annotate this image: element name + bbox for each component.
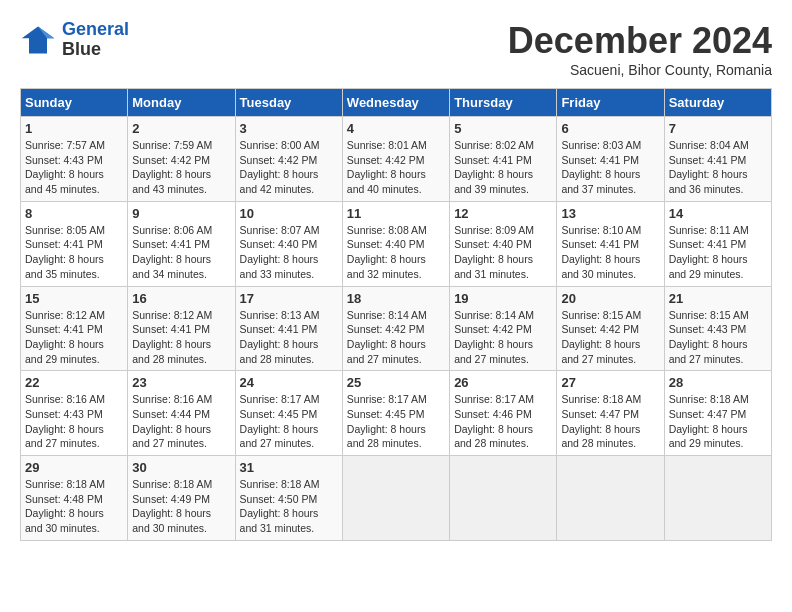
day-number: 21	[669, 291, 767, 306]
calendar-cell: 29Sunrise: 8:18 AMSunset: 4:48 PMDayligh…	[21, 456, 128, 541]
day-number: 20	[561, 291, 659, 306]
location: Sacueni, Bihor County, Romania	[508, 62, 772, 78]
day-info: Sunrise: 8:12 AMSunset: 4:41 PMDaylight:…	[132, 308, 230, 367]
header-tuesday: Tuesday	[235, 89, 342, 117]
day-info: Sunrise: 8:18 AMSunset: 4:50 PMDaylight:…	[240, 477, 338, 536]
day-info: Sunrise: 8:07 AMSunset: 4:40 PMDaylight:…	[240, 223, 338, 282]
calendar-cell: 24Sunrise: 8:17 AMSunset: 4:45 PMDayligh…	[235, 371, 342, 456]
day-info: Sunrise: 8:00 AMSunset: 4:42 PMDaylight:…	[240, 138, 338, 197]
logo-text: General Blue	[62, 20, 129, 60]
calendar-week-4: 22Sunrise: 8:16 AMSunset: 4:43 PMDayligh…	[21, 371, 772, 456]
day-info: Sunrise: 8:11 AMSunset: 4:41 PMDaylight:…	[669, 223, 767, 282]
day-number: 14	[669, 206, 767, 221]
day-info: Sunrise: 8:18 AMSunset: 4:49 PMDaylight:…	[132, 477, 230, 536]
calendar-cell	[450, 456, 557, 541]
header-sunday: Sunday	[21, 89, 128, 117]
day-number: 17	[240, 291, 338, 306]
day-number: 4	[347, 121, 445, 136]
logo-line2: Blue	[62, 40, 129, 60]
calendar-week-1: 1Sunrise: 7:57 AMSunset: 4:43 PMDaylight…	[21, 117, 772, 202]
day-info: Sunrise: 8:18 AMSunset: 4:48 PMDaylight:…	[25, 477, 123, 536]
calendar-cell: 1Sunrise: 7:57 AMSunset: 4:43 PMDaylight…	[21, 117, 128, 202]
logo-bird-icon	[20, 22, 56, 58]
day-number: 1	[25, 121, 123, 136]
day-info: Sunrise: 7:59 AMSunset: 4:42 PMDaylight:…	[132, 138, 230, 197]
calendar-cell: 11Sunrise: 8:08 AMSunset: 4:40 PMDayligh…	[342, 201, 449, 286]
day-number: 24	[240, 375, 338, 390]
day-info: Sunrise: 7:57 AMSunset: 4:43 PMDaylight:…	[25, 138, 123, 197]
month-title: December 2024	[508, 20, 772, 62]
day-info: Sunrise: 8:14 AMSunset: 4:42 PMDaylight:…	[347, 308, 445, 367]
day-info: Sunrise: 8:09 AMSunset: 4:40 PMDaylight:…	[454, 223, 552, 282]
header-monday: Monday	[128, 89, 235, 117]
calendar-cell: 13Sunrise: 8:10 AMSunset: 4:41 PMDayligh…	[557, 201, 664, 286]
day-info: Sunrise: 8:04 AMSunset: 4:41 PMDaylight:…	[669, 138, 767, 197]
calendar-cell: 16Sunrise: 8:12 AMSunset: 4:41 PMDayligh…	[128, 286, 235, 371]
calendar-header: SundayMondayTuesdayWednesdayThursdayFrid…	[21, 89, 772, 117]
calendar-cell: 30Sunrise: 8:18 AMSunset: 4:49 PMDayligh…	[128, 456, 235, 541]
calendar-cell: 9Sunrise: 8:06 AMSunset: 4:41 PMDaylight…	[128, 201, 235, 286]
day-info: Sunrise: 8:17 AMSunset: 4:45 PMDaylight:…	[347, 392, 445, 451]
day-number: 2	[132, 121, 230, 136]
day-number: 7	[669, 121, 767, 136]
day-number: 25	[347, 375, 445, 390]
day-number: 29	[25, 460, 123, 475]
calendar-cell: 8Sunrise: 8:05 AMSunset: 4:41 PMDaylight…	[21, 201, 128, 286]
day-number: 11	[347, 206, 445, 221]
day-number: 5	[454, 121, 552, 136]
calendar-cell: 18Sunrise: 8:14 AMSunset: 4:42 PMDayligh…	[342, 286, 449, 371]
calendar-cell	[342, 456, 449, 541]
day-number: 3	[240, 121, 338, 136]
calendar-cell: 10Sunrise: 8:07 AMSunset: 4:40 PMDayligh…	[235, 201, 342, 286]
day-number: 9	[132, 206, 230, 221]
day-info: Sunrise: 8:10 AMSunset: 4:41 PMDaylight:…	[561, 223, 659, 282]
day-info: Sunrise: 8:06 AMSunset: 4:41 PMDaylight:…	[132, 223, 230, 282]
calendar-cell: 20Sunrise: 8:15 AMSunset: 4:42 PMDayligh…	[557, 286, 664, 371]
calendar-body: 1Sunrise: 7:57 AMSunset: 4:43 PMDaylight…	[21, 117, 772, 541]
day-number: 19	[454, 291, 552, 306]
calendar-cell: 6Sunrise: 8:03 AMSunset: 4:41 PMDaylight…	[557, 117, 664, 202]
calendar-cell: 28Sunrise: 8:18 AMSunset: 4:47 PMDayligh…	[664, 371, 771, 456]
calendar-cell: 7Sunrise: 8:04 AMSunset: 4:41 PMDaylight…	[664, 117, 771, 202]
calendar-cell: 12Sunrise: 8:09 AMSunset: 4:40 PMDayligh…	[450, 201, 557, 286]
logo: General Blue	[20, 20, 129, 60]
calendar-cell: 26Sunrise: 8:17 AMSunset: 4:46 PMDayligh…	[450, 371, 557, 456]
day-number: 18	[347, 291, 445, 306]
calendar-cell: 25Sunrise: 8:17 AMSunset: 4:45 PMDayligh…	[342, 371, 449, 456]
header-row: SundayMondayTuesdayWednesdayThursdayFrid…	[21, 89, 772, 117]
day-number: 12	[454, 206, 552, 221]
header-thursday: Thursday	[450, 89, 557, 117]
day-number: 26	[454, 375, 552, 390]
day-number: 8	[25, 206, 123, 221]
day-info: Sunrise: 8:12 AMSunset: 4:41 PMDaylight:…	[25, 308, 123, 367]
day-info: Sunrise: 8:18 AMSunset: 4:47 PMDaylight:…	[669, 392, 767, 451]
logo-line1: General	[62, 19, 129, 39]
day-number: 31	[240, 460, 338, 475]
calendar-cell: 3Sunrise: 8:00 AMSunset: 4:42 PMDaylight…	[235, 117, 342, 202]
day-info: Sunrise: 8:17 AMSunset: 4:46 PMDaylight:…	[454, 392, 552, 451]
calendar-cell: 22Sunrise: 8:16 AMSunset: 4:43 PMDayligh…	[21, 371, 128, 456]
day-number: 13	[561, 206, 659, 221]
day-number: 22	[25, 375, 123, 390]
calendar-cell	[557, 456, 664, 541]
calendar-cell: 31Sunrise: 8:18 AMSunset: 4:50 PMDayligh…	[235, 456, 342, 541]
calendar-cell: 4Sunrise: 8:01 AMSunset: 4:42 PMDaylight…	[342, 117, 449, 202]
svg-marker-0	[22, 26, 54, 53]
calendar-cell: 27Sunrise: 8:18 AMSunset: 4:47 PMDayligh…	[557, 371, 664, 456]
day-info: Sunrise: 8:02 AMSunset: 4:41 PMDaylight:…	[454, 138, 552, 197]
calendar-cell: 23Sunrise: 8:16 AMSunset: 4:44 PMDayligh…	[128, 371, 235, 456]
calendar-week-3: 15Sunrise: 8:12 AMSunset: 4:41 PMDayligh…	[21, 286, 772, 371]
page-header: General Blue December 2024 Sacueni, Biho…	[20, 20, 772, 78]
calendar-cell: 19Sunrise: 8:14 AMSunset: 4:42 PMDayligh…	[450, 286, 557, 371]
day-number: 15	[25, 291, 123, 306]
day-info: Sunrise: 8:18 AMSunset: 4:47 PMDaylight:…	[561, 392, 659, 451]
day-info: Sunrise: 8:15 AMSunset: 4:43 PMDaylight:…	[669, 308, 767, 367]
day-number: 23	[132, 375, 230, 390]
calendar-week-2: 8Sunrise: 8:05 AMSunset: 4:41 PMDaylight…	[21, 201, 772, 286]
calendar-cell: 17Sunrise: 8:13 AMSunset: 4:41 PMDayligh…	[235, 286, 342, 371]
day-info: Sunrise: 8:03 AMSunset: 4:41 PMDaylight:…	[561, 138, 659, 197]
day-info: Sunrise: 8:13 AMSunset: 4:41 PMDaylight:…	[240, 308, 338, 367]
day-info: Sunrise: 8:05 AMSunset: 4:41 PMDaylight:…	[25, 223, 123, 282]
day-info: Sunrise: 8:01 AMSunset: 4:42 PMDaylight:…	[347, 138, 445, 197]
calendar-cell: 15Sunrise: 8:12 AMSunset: 4:41 PMDayligh…	[21, 286, 128, 371]
